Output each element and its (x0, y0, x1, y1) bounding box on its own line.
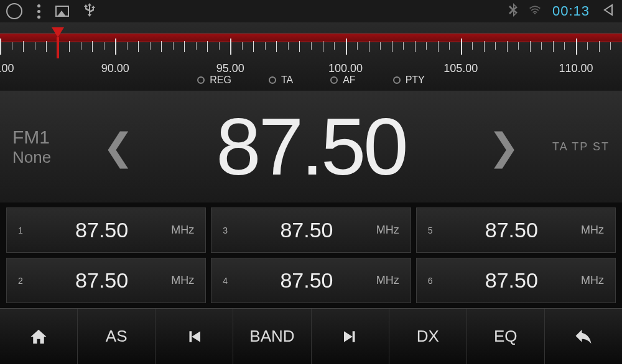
menu-dots-icon[interactable] (37, 4, 40, 19)
scale-label: 100.00 (328, 62, 363, 75)
tuning-needle[interactable] (55, 27, 61, 58)
scale-label: 90.00 (101, 62, 129, 75)
svg-point-0 (534, 13, 536, 15)
preset-2[interactable]: 287.50MHz (6, 258, 206, 303)
preset-1[interactable]: 187.50MHz (6, 207, 206, 253)
band-label: FM1 (12, 127, 100, 148)
tune-down-button[interactable]: ❮ (100, 125, 137, 168)
next-track-button[interactable] (312, 309, 389, 364)
preset-grid: 187.50MHz 387.50MHz 587.50MHz 287.50MHz … (0, 202, 622, 308)
wifi-icon (529, 5, 541, 17)
back-triangle-icon[interactable] (601, 2, 616, 20)
bluetooth-icon (509, 3, 518, 20)
preset-5[interactable]: 587.50MHz (416, 207, 616, 253)
preset-6[interactable]: 687.50MHz (416, 258, 616, 303)
preset-3[interactable]: 387.50MHz (211, 207, 411, 253)
frequency-display: FM1 None ❮ 87.50 ❯ TA TP ST (0, 91, 622, 202)
usb-icon (84, 3, 95, 20)
ta-option[interactable]: TA (269, 75, 293, 86)
station-name: None (12, 148, 100, 167)
reg-option[interactable]: REG (197, 75, 231, 86)
home-button[interactable] (0, 309, 78, 364)
circle-icon[interactable] (6, 3, 22, 19)
preset-4[interactable]: 487.50MHz (211, 258, 411, 303)
clock: 00:13 (552, 3, 590, 19)
eq-button[interactable]: EQ (467, 309, 545, 364)
gallery-icon[interactable] (55, 6, 69, 17)
band-button[interactable]: BAND (233, 309, 311, 364)
dx-button[interactable]: DX (389, 309, 467, 364)
as-button[interactable]: AS (78, 309, 156, 364)
tune-up-button[interactable]: ❯ (485, 125, 522, 168)
tuner-scale[interactable]: 85.0090.0095.00100.00105.00110.00 REG TA… (0, 22, 622, 91)
prev-track-button[interactable] (156, 309, 233, 364)
return-button[interactable] (545, 309, 622, 364)
scale-label: 105.00 (443, 62, 478, 75)
scale-label: 85.00 (0, 62, 14, 75)
bottom-toolbar: AS BAND DX EQ (0, 308, 622, 364)
scale-label: 110.00 (559, 62, 593, 75)
af-option[interactable]: AF (330, 75, 355, 86)
status-bar: 00:13 (0, 0, 622, 22)
scale-label: 95.00 (216, 62, 244, 75)
frequency-value: 87.50 (137, 100, 485, 193)
signal-indicators: TA TP ST (522, 140, 610, 153)
pty-option[interactable]: PTY (393, 75, 425, 86)
